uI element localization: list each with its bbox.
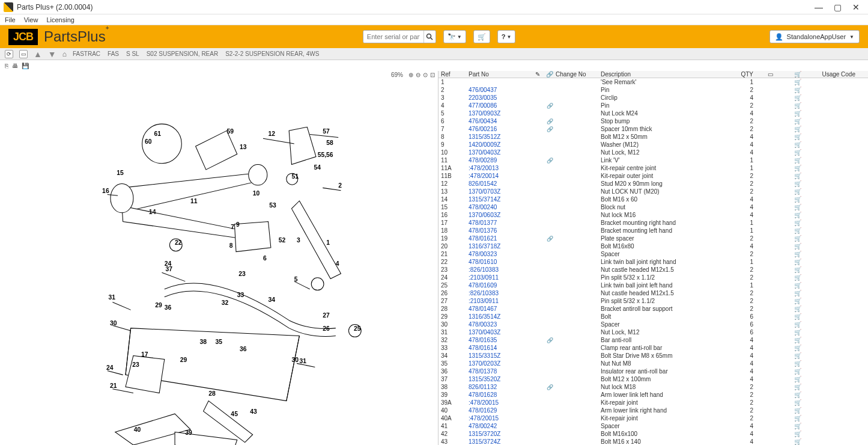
image-button[interactable]: ▭ xyxy=(19,50,28,58)
add-to-cart-icon[interactable]: 🛒 xyxy=(784,196,811,203)
add-to-cart-icon[interactable]: 🛒 xyxy=(784,102,811,109)
cell-partno[interactable]: 477/00086 xyxy=(469,102,532,109)
table-row[interactable]: 36478/01378Insulator rear anti-roll bar4… xyxy=(439,367,868,375)
diagram-callout[interactable]: 30 xyxy=(110,320,117,327)
cell-partno[interactable]: 1370/0403Z xyxy=(469,149,532,156)
table-row[interactable]: 39A:478/20015Kit-repair joint2🛒 xyxy=(439,399,868,407)
add-to-cart-icon[interactable]: 🛒 xyxy=(784,149,811,156)
diagram-callout[interactable]: 25 xyxy=(354,325,361,332)
add-to-cart-icon[interactable]: 🛒 xyxy=(784,431,811,437)
cell-partno[interactable]: 478/00289 xyxy=(469,157,532,164)
down-button[interactable]: ▼ xyxy=(48,49,56,59)
diagram-callout[interactable]: 23 xyxy=(132,361,139,368)
cell-partno[interactable]: :2103/0911 xyxy=(469,298,532,304)
header-cart-icon[interactable]: 🛒 xyxy=(784,71,811,78)
diagram-callout[interactable]: 61 xyxy=(154,130,162,137)
table-row[interactable]: 11B:478/20014Kit-repair outer joint2🛒 xyxy=(439,172,868,180)
breadcrumb-item[interactable]: S02 SUSPENSION, REAR xyxy=(147,51,218,57)
diagram-callout[interactable]: 12 xyxy=(269,130,276,137)
cell-partno[interactable]: 1370/0603Z xyxy=(469,212,532,218)
add-to-cart-icon[interactable]: 🛒 xyxy=(784,165,811,171)
table-row[interactable]: 11A:478/20013Kit-repair centre joint1🛒 xyxy=(439,164,868,172)
diagram-callout[interactable]: 15 xyxy=(117,170,124,176)
table-row[interactable]: 131370/0703ZNut LOCK NUT (M20)2🛒 xyxy=(439,188,868,195)
table-row[interactable]: 291316/3514ZBolt6🛒 xyxy=(439,313,868,321)
table-row[interactable]: 421315/3720ZBolt M16x1004🛒 xyxy=(439,430,868,438)
diagram-callout[interactable]: 43 xyxy=(250,408,257,415)
add-to-cart-icon[interactable]: 🛒 xyxy=(784,313,811,320)
diagram-callout[interactable]: 4 xyxy=(336,260,339,267)
diagram-callout[interactable]: 30 xyxy=(291,357,299,363)
table-row[interactable]: 371315/3520ZBolt M12 x 100mm4🛒 xyxy=(439,375,868,383)
search-button[interactable] xyxy=(423,31,436,43)
breadcrumb-item[interactable]: S SL xyxy=(126,51,139,57)
diagram-callout[interactable]: 24 xyxy=(106,364,114,371)
header-link-icon[interactable]: 🔗 xyxy=(544,71,556,78)
cell-partno[interactable]: 478/01614 xyxy=(469,345,532,351)
add-to-cart-icon[interactable]: 🛒 xyxy=(784,282,811,289)
diagram-callout[interactable]: 11 xyxy=(190,198,198,204)
cell-partno[interactable]: 1315/3720Z xyxy=(469,431,532,437)
zoom-in-icon[interactable]: ⊕ xyxy=(408,71,414,79)
add-to-cart-icon[interactable]: 🛒 xyxy=(784,321,811,328)
table-row[interactable]: 23:826/10383Nut castle headed M12x1.52🛒 xyxy=(439,266,868,274)
diagram-callout[interactable]: 26 xyxy=(323,325,330,332)
cell-partno[interactable]: 478/01629 xyxy=(469,407,532,414)
add-to-cart-icon[interactable]: 🛒 xyxy=(784,204,811,210)
copy-button[interactable]: ⎘ xyxy=(5,63,8,69)
add-to-cart-icon[interactable]: 🛒 xyxy=(784,126,811,132)
diagram-callout[interactable]: 8 xyxy=(229,242,233,249)
cell-partno[interactable]: 1315/3714Z xyxy=(469,196,532,203)
diagram-callout[interactable]: 34 xyxy=(269,296,276,303)
cell-partno[interactable]: 826/01542 xyxy=(469,180,532,187)
add-to-cart-icon[interactable]: 🛒 xyxy=(784,188,811,195)
cell-partno[interactable]: 478/01378 xyxy=(469,368,532,375)
diagram-callout[interactable]: 6 xyxy=(263,255,267,262)
diagram-callout[interactable]: 28 xyxy=(208,390,216,397)
diagram-callout[interactable]: 39 xyxy=(185,429,192,436)
table-row[interactable]: 101370/0403ZNut Lock, M124🛒 xyxy=(439,149,868,156)
cell-chain[interactable]: 🔗 xyxy=(544,118,556,124)
breadcrumb-item[interactable]: FAS xyxy=(108,51,119,57)
diagram-callout[interactable]: 29 xyxy=(155,302,162,308)
cell-partno[interactable]: :478/20015 xyxy=(469,399,532,406)
table-row[interactable]: 17478/01377Bracket mounting right hand1🛒 xyxy=(439,219,868,227)
header-desc[interactable]: Description xyxy=(601,71,730,78)
header-extra-icon[interactable]: ▭ xyxy=(757,71,784,78)
header-qty[interactable]: QTY xyxy=(730,71,757,78)
table-row[interactable]: 19478/01621🔗Plate spacer2🛒 xyxy=(439,235,868,242)
cell-partno[interactable]: 478/01621 xyxy=(469,235,532,242)
cell-partno[interactable]: 1316/3514Z xyxy=(469,313,532,320)
diagram-callout[interactable]: 54 xyxy=(314,164,321,171)
table-row[interactable]: 24:2103/0911Pin split 5/32 x 1.1/22🛒 xyxy=(439,274,868,281)
cell-partno[interactable]: 478/00323 xyxy=(469,321,532,328)
diagram-callout[interactable]: 52 xyxy=(279,237,286,244)
add-to-cart-icon[interactable]: 🛒 xyxy=(784,94,811,101)
cell-partno[interactable]: 1315/3512Z xyxy=(469,134,532,140)
add-to-cart-icon[interactable]: 🛒 xyxy=(784,110,811,117)
table-row[interactable]: 161370/0603ZNut lock M164🛒 xyxy=(439,211,868,219)
diagram-callout[interactable]: 9 xyxy=(236,221,240,228)
zoom-fit-icon[interactable]: ⊡ xyxy=(429,71,436,79)
table-row[interactable]: 33478/01614Clamp rear anti-roll bar4🛒 xyxy=(439,344,868,352)
add-to-cart-icon[interactable]: 🛒 xyxy=(784,329,811,336)
add-to-cart-icon[interactable]: 🛒 xyxy=(784,298,811,304)
cell-partno[interactable]: :826/10383 xyxy=(469,290,532,296)
menu-licensing[interactable]: Licensing xyxy=(46,16,74,23)
add-to-cart-icon[interactable]: 🛒 xyxy=(784,305,811,312)
user-menu[interactable]: 👤 StandaloneAppUser ▼ xyxy=(769,30,860,43)
header-ref[interactable]: Ref xyxy=(439,71,469,78)
cell-partno[interactable]: 478/00242 xyxy=(469,423,532,429)
add-to-cart-icon[interactable]: 🛒 xyxy=(784,227,811,234)
add-to-cart-icon[interactable]: 🛒 xyxy=(784,345,811,351)
table-row[interactable]: 141315/3714ZBolt M16 x 604🛒 xyxy=(439,195,868,203)
diagram-callout[interactable]: 31 xyxy=(108,294,115,301)
table-row[interactable]: 30478/00323Spacer6🛒 xyxy=(439,321,868,328)
add-to-cart-icon[interactable]: 🛒 xyxy=(784,337,811,343)
diagram-callout[interactable]: 31 xyxy=(299,358,306,364)
table-row[interactable]: 7476/00216🔗Spacer 10mm thick2🛒 xyxy=(439,125,868,133)
table-row[interactable]: 32478/01635🔗Bar anti-roll4🛒 xyxy=(439,336,868,344)
cell-chain[interactable]: 🔗 xyxy=(544,236,556,242)
add-to-cart-icon[interactable]: 🛒 xyxy=(784,399,811,406)
menu-file[interactable]: File xyxy=(5,16,16,23)
